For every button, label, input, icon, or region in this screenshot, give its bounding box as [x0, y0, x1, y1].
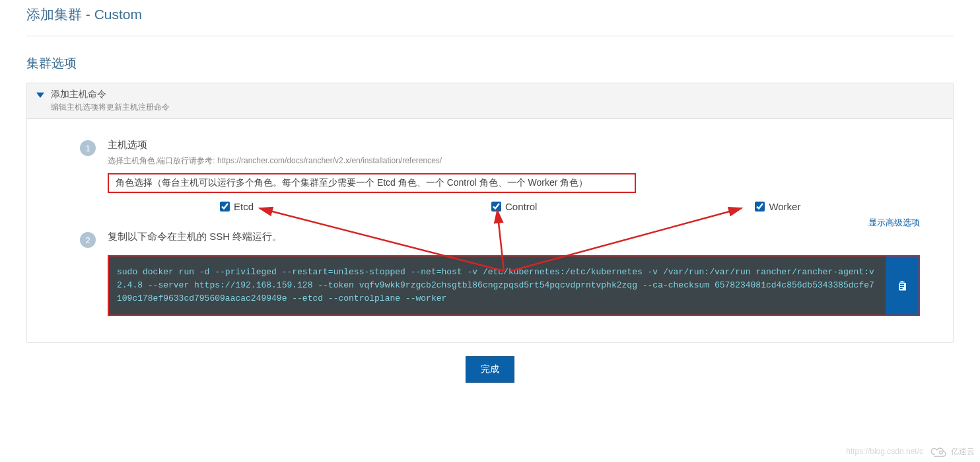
panel-body: 1 主机选项 选择主机角色,端口放行请参考: https://rancher.c… — [27, 119, 953, 342]
panel-title: 添加主机命令 — [51, 89, 170, 100]
show-advanced-link[interactable]: 显示高级选项 — [868, 217, 920, 229]
step-badge-2: 2 — [80, 232, 96, 248]
role-worker-checkbox[interactable] — [755, 202, 765, 212]
step1-title: 主机选项 — [108, 139, 920, 151]
panel-subtitle: 编辑主机选项将更新主机注册命令 — [51, 102, 170, 113]
command-text[interactable]: sudo docker run -d --privileged --restar… — [109, 256, 886, 315]
step-2: 2 复制以下命令在主机的 SSH 终端运行。 sudo docker run -… — [40, 231, 940, 316]
clipboard-icon — [896, 279, 908, 292]
role-description-box: 角色选择（每台主机可以运行多个角色。每个集群至少需要一个 Etcd 角色、一个 … — [108, 173, 636, 193]
command-block: sudo docker run -d --privileged --restar… — [108, 255, 920, 316]
role-etcd-label: Etcd — [234, 201, 254, 212]
section-title: 集群选项 — [26, 55, 954, 72]
role-worker[interactable]: Worker — [755, 201, 800, 212]
title-divider — [26, 36, 954, 36]
page-title: 添加集群 - Custom — [26, 5, 954, 24]
role-control-label: Control — [505, 201, 537, 212]
role-worker-label: Worker — [769, 201, 800, 212]
done-button[interactable]: 完成 — [466, 356, 514, 383]
role-etcd-checkbox[interactable] — [220, 202, 230, 212]
step2-title: 复制以下命令在主机的 SSH 终端运行。 — [108, 231, 920, 243]
role-control-checkbox[interactable] — [491, 202, 501, 212]
role-control[interactable]: Control — [491, 201, 537, 212]
role-etcd[interactable]: Etcd — [220, 201, 254, 212]
step-1: 1 主机选项 选择主机角色,端口放行请参考: https://rancher.c… — [40, 139, 940, 212]
step1-hint: 选择主机角色,端口放行请参考: https://rancher.com/docs… — [108, 155, 920, 167]
disclosure-triangle-icon[interactable] — [36, 93, 44, 98]
panel-header[interactable]: 添加主机命令 编辑主机选项将更新主机注册命令 — [27, 83, 953, 119]
roles-row: Etcd Control Worker 显示高级选项 — [108, 201, 920, 212]
host-command-panel: 添加主机命令 编辑主机选项将更新主机注册命令 1 主机选项 选择主机角色,端口放… — [26, 83, 954, 343]
copy-button[interactable] — [886, 256, 919, 315]
step-badge-1: 1 — [80, 140, 96, 156]
